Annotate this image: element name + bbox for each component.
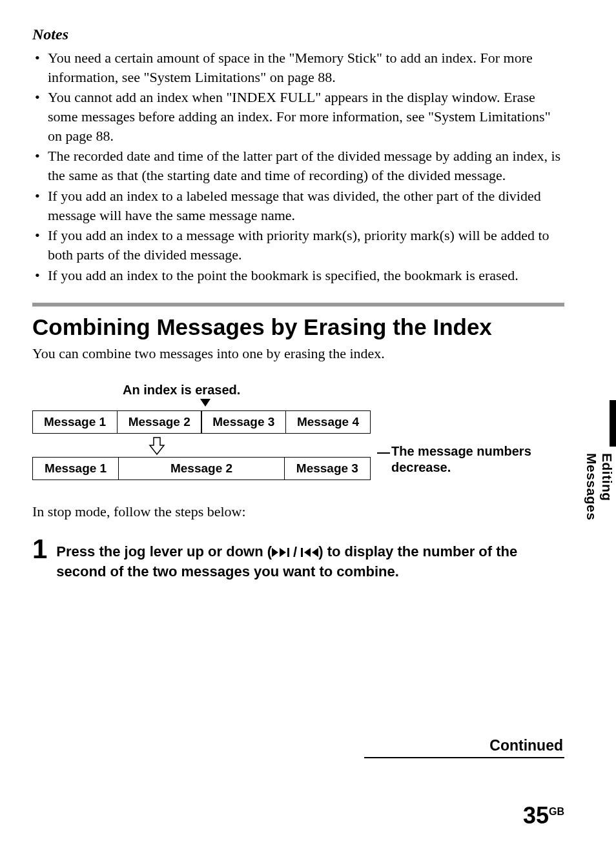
message-cell: Message 3 (201, 410, 286, 434)
page-number-suffix: GB (549, 806, 564, 817)
prev-icon (304, 548, 311, 557)
triangle-down-icon (200, 399, 210, 407)
note-item: If you add an index to a labeled message… (32, 187, 564, 225)
section-divider (32, 303, 564, 307)
bar-icon (301, 548, 303, 557)
diagram-row-before: Message 1 Message 2 Message 3 Message 4 (32, 410, 371, 434)
jog-lever-icons: / (272, 543, 318, 562)
message-cell: Message 2 (118, 457, 285, 480)
side-tab-bar (610, 400, 616, 447)
notes-heading: Notes (32, 26, 564, 43)
next-icon (272, 548, 278, 557)
section-heading: Combining Messages by Erasing the Index (32, 314, 564, 340)
diagram-right-note-text: The message numbers decrease. (391, 444, 531, 474)
note-item: The recorded date and time of the latter… (32, 146, 564, 185)
diagram-caption: An index is erased. (123, 383, 564, 398)
message-cell: Message 2 (117, 410, 202, 434)
step-number: 1 (32, 536, 47, 563)
next-icon (280, 548, 286, 557)
message-cell: Message 3 (284, 457, 371, 480)
side-tab-label: Editing Messages (584, 453, 615, 555)
message-cell: Message 1 (32, 457, 119, 480)
page-number: 35GB (523, 802, 564, 829)
page-number-value: 35 (523, 802, 549, 829)
stop-mode-text: In stop mode, follow the steps below: (32, 502, 564, 521)
line-icon (377, 452, 390, 454)
note-item: If you add an index to the point the boo… (32, 266, 564, 285)
bar-icon (287, 548, 289, 557)
message-cell: Message 1 (32, 410, 118, 434)
diagram-right-note: The message numbers decrease. (391, 443, 572, 476)
section-body: You can combine two messages into one by… (32, 344, 564, 363)
side-tab: Editing Messages (591, 400, 616, 555)
continued-label: Continued (364, 737, 564, 758)
prev-icon (312, 548, 318, 557)
note-item: If you add an index to a message with pr… (32, 226, 564, 264)
diagram-arrow-row (32, 434, 371, 457)
step-text: Press the jog lever up or down ( / ) to … (56, 536, 564, 581)
message-cell: Message 4 (285, 410, 371, 434)
note-item: You cannot add an index when "INDEX FULL… (32, 88, 564, 145)
arrow-down-icon (147, 436, 167, 456)
diagram-row-after: Message 1 Message 2 Message 3 (32, 457, 371, 480)
step-text-before: Press the jog lever up or down ( (56, 543, 272, 560)
erase-index-diagram: An index is erased. Message 1 Message 2 … (32, 383, 564, 480)
step-row: 1 Press the jog lever up or down ( / ) t… (32, 536, 564, 581)
note-item: You need a certain amount of space in th… (32, 48, 564, 86)
notes-list: You need a certain amount of space in th… (32, 48, 564, 285)
